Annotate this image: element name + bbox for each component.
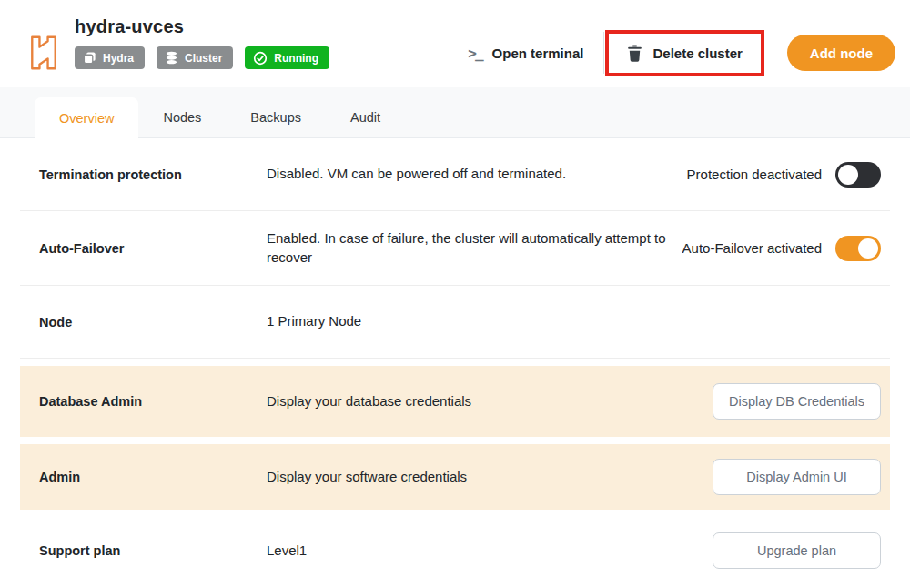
row-description: Enabled. In case of failure, the cluster… bbox=[267, 229, 676, 267]
database-icon bbox=[165, 51, 178, 65]
delete-cluster-label: Delete cluster bbox=[652, 46, 742, 61]
row-admin: Admin Display your software credentials … bbox=[20, 444, 890, 510]
row-description: Display your software credentials bbox=[267, 468, 467, 486]
row-auto-failover: Auto-Failover Enabled. In case of failur… bbox=[20, 211, 890, 286]
tab-audit[interactable]: Audit bbox=[326, 97, 405, 137]
check-circle-icon bbox=[253, 51, 268, 66]
row-support-plan: Support plan Level1 Upgrade plan bbox=[20, 517, 890, 584]
toggle-knob bbox=[858, 238, 878, 259]
tab-bar: Overview Nodes Backups Audit bbox=[0, 87, 910, 138]
add-node-button[interactable]: Add node bbox=[787, 35, 895, 71]
badge-label: Cluster bbox=[185, 52, 222, 65]
status-badge-running: Running bbox=[245, 46, 329, 69]
badge-row: Hydra Cluster bbox=[75, 46, 329, 69]
toggle-status-label: Auto-Failover activated bbox=[682, 240, 822, 256]
overview-panel: Termination protection Disabled. VM can … bbox=[20, 138, 890, 584]
termination-protection-toggle[interactable] bbox=[835, 162, 881, 188]
display-admin-ui-button[interactable]: Display Admin UI bbox=[713, 459, 881, 495]
tab-backups[interactable]: Backups bbox=[226, 97, 326, 137]
open-terminal-label: Open terminal bbox=[492, 46, 584, 61]
cluster-type-badge: Cluster bbox=[157, 46, 233, 69]
row-label: Admin bbox=[39, 470, 267, 484]
tab-nodes[interactable]: Nodes bbox=[138, 97, 226, 137]
row-description: 1 Primary Node bbox=[267, 312, 361, 330]
row-description: Level1 bbox=[267, 542, 307, 560]
template-badge: Hydra bbox=[75, 46, 145, 69]
row-node: Node 1 Primary Node bbox=[20, 286, 890, 359]
row-label: Support plan bbox=[39, 543, 267, 558]
header-actions: >_ Open terminal Delete cluster Add node bbox=[468, 18, 895, 87]
header-divider bbox=[603, 32, 604, 74]
row-label: Node bbox=[39, 315, 267, 329]
badge-label: Hydra bbox=[103, 52, 134, 65]
row-description: Disabled. VM can be powered off and term… bbox=[267, 165, 566, 183]
toggle-status-label: Protection deactivated bbox=[687, 167, 822, 182]
row-label: Database Admin bbox=[39, 394, 267, 409]
row-description: Display your database credentials bbox=[267, 392, 471, 411]
row-termination-protection: Termination protection Disabled. VM can … bbox=[20, 138, 890, 211]
row-database-admin: Database Admin Display your database cre… bbox=[20, 366, 890, 437]
hydra-logo-icon bbox=[25, 18, 62, 87]
annotation-highlight-box: Delete cluster bbox=[605, 30, 763, 76]
upgrade-plan-button[interactable]: Upgrade plan bbox=[713, 532, 881, 569]
page-header: hydra-uvces Hydra bbox=[0, 0, 910, 87]
layers-icon bbox=[83, 51, 96, 65]
toggle-knob bbox=[838, 165, 858, 185]
cluster-identity: hydra-uvces Hydra bbox=[25, 11, 329, 87]
auto-failover-toggle[interactable] bbox=[835, 236, 881, 261]
row-label: Termination protection bbox=[39, 167, 267, 182]
badge-label: Running bbox=[274, 52, 318, 65]
tab-overview[interactable]: Overview bbox=[35, 97, 138, 138]
trash-icon bbox=[627, 45, 642, 62]
row-label: Auto-Failover bbox=[39, 241, 267, 256]
terminal-icon: >_ bbox=[468, 45, 481, 62]
delete-cluster-button[interactable]: Delete cluster bbox=[627, 45, 742, 62]
display-db-credentials-button[interactable]: Display DB Credentials bbox=[713, 383, 881, 420]
cluster-title: hydra-uvces bbox=[75, 16, 329, 37]
open-terminal-button[interactable]: >_ Open terminal bbox=[468, 45, 583, 62]
